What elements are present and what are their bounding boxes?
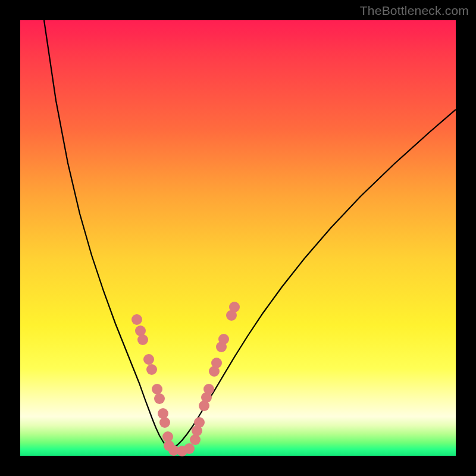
data-marker: [137, 334, 148, 345]
data-marker: [158, 408, 168, 419]
marker-group: [131, 302, 240, 456]
left-curve: [44, 20, 170, 449]
data-marker: [152, 384, 162, 394]
data-marker: [154, 393, 165, 404]
data-marker: [218, 334, 229, 345]
right-curve: [170, 109, 456, 449]
chart-frame: TheBottleneck.com: [0, 0, 476, 476]
data-marker: [203, 384, 214, 394]
curves-svg: [20, 20, 456, 456]
data-marker: [194, 417, 205, 428]
data-marker: [146, 364, 157, 375]
data-marker: [190, 434, 201, 445]
data-marker: [184, 443, 195, 454]
data-marker: [143, 354, 154, 365]
data-marker: [159, 417, 170, 428]
plot-area: [20, 20, 456, 456]
data-marker: [229, 302, 240, 312]
data-marker: [131, 314, 142, 325]
data-marker: [211, 358, 222, 368]
watermark-text: TheBottleneck.com: [360, 4, 469, 18]
